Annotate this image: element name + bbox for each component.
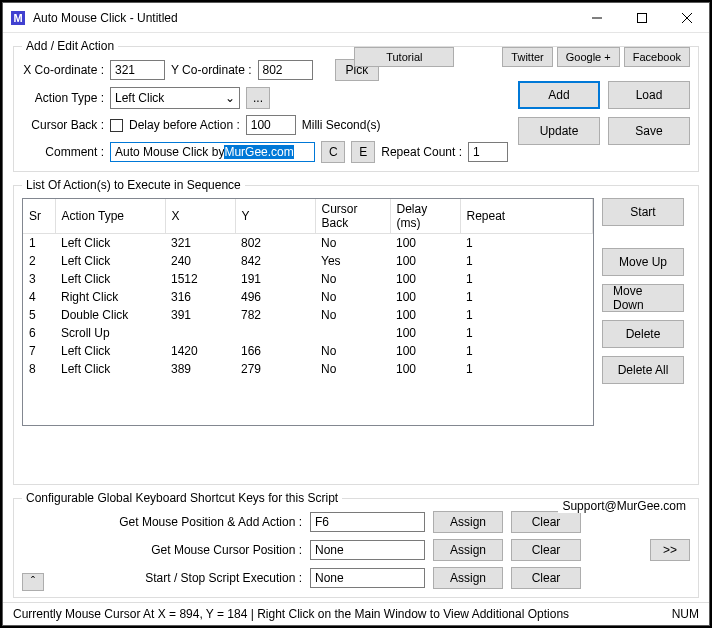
tutorial-button[interactable]: Tutorial (354, 47, 454, 67)
cell-y: 842 (235, 252, 315, 270)
cell-delay: 100 (390, 324, 460, 342)
svg-rect-1 (637, 13, 646, 22)
cell-type: Right Click (55, 288, 165, 306)
cfg-startstop-label: Start / Stop Script Execution : (22, 571, 302, 585)
cfg-legend: Configurable Global Keyboard Shortcut Ke… (22, 491, 342, 505)
googleplus-button[interactable]: Google + (557, 47, 620, 67)
twitter-button[interactable]: Twitter (502, 47, 552, 67)
assign-button-2[interactable]: Assign (433, 539, 503, 561)
cell-cb: Yes (315, 252, 390, 270)
titlebar[interactable]: M Auto Mouse Click - Untitled (3, 3, 709, 33)
shortcut-config-group: Configurable Global Keyboard Shortcut Ke… (13, 491, 699, 598)
cell-type: Left Click (55, 360, 165, 378)
cell-y: 782 (235, 306, 315, 324)
start-button[interactable]: Start (602, 198, 684, 226)
cell-repeat: 1 (460, 360, 593, 378)
cell-x: 389 (165, 360, 235, 378)
move-down-button[interactable]: Move Down (602, 284, 684, 312)
collapse-button[interactable]: ˆ (22, 573, 44, 591)
col-repeat[interactable]: Repeat (460, 199, 593, 234)
table-row[interactable]: 2Left Click240842Yes1001 (23, 252, 593, 270)
action-table[interactable]: Sr Action Type X Y Cursor Back Delay (ms… (22, 198, 594, 426)
cell-sr: 1 (23, 234, 55, 253)
table-row[interactable]: 4Right Click316496No1001 (23, 288, 593, 306)
window-title: Auto Mouse Click - Untitled (33, 11, 574, 25)
cell-cb: No (315, 288, 390, 306)
save-button[interactable]: Save (608, 117, 690, 145)
cfg-startstop-input[interactable] (310, 568, 425, 588)
more-button[interactable]: >> (650, 539, 690, 561)
comment-text-selected: MurGee.com (224, 145, 293, 159)
table-row[interactable]: 1Left Click321802No1001 (23, 234, 593, 253)
c-button[interactable]: C (321, 141, 345, 163)
cell-sr: 2 (23, 252, 55, 270)
comment-label: Comment : (22, 145, 104, 159)
cell-y (235, 324, 315, 342)
action-type-more-button[interactable]: ... (246, 87, 270, 109)
cell-repeat: 1 (460, 342, 593, 360)
col-x[interactable]: X (165, 199, 235, 234)
cell-cb: No (315, 360, 390, 378)
load-button[interactable]: Load (608, 81, 690, 109)
y-coord-label: Y Co-ordinate : (171, 63, 252, 77)
col-cursorback[interactable]: Cursor Back (315, 199, 390, 234)
clear-button-2[interactable]: Clear (511, 539, 581, 561)
col-type[interactable]: Action Type (55, 199, 165, 234)
minimize-button[interactable] (574, 3, 619, 32)
table-row[interactable]: 7Left Click1420166No1001 (23, 342, 593, 360)
col-y[interactable]: Y (235, 199, 315, 234)
assign-button-1[interactable]: Assign (433, 511, 503, 533)
cell-y: 496 (235, 288, 315, 306)
action-list-group: List Of Action(s) to Execute in Sequence… (13, 178, 699, 485)
cell-x: 1512 (165, 270, 235, 288)
comment-text-plain: Auto Mouse Click by (115, 145, 224, 159)
close-button[interactable] (664, 3, 709, 32)
table-row[interactable]: 6Scroll Up1001 (23, 324, 593, 342)
assign-button-3[interactable]: Assign (433, 567, 503, 589)
facebook-button[interactable]: Facebook (624, 47, 690, 67)
cell-sr: 7 (23, 342, 55, 360)
cell-repeat: 1 (460, 270, 593, 288)
cell-x (165, 324, 235, 342)
update-button[interactable]: Update (518, 117, 600, 145)
repeat-count-input[interactable] (468, 142, 508, 162)
cell-cb: No (315, 306, 390, 324)
status-bar: Currently Mouse Cursor At X = 894, Y = 1… (3, 602, 709, 625)
cell-repeat: 1 (460, 306, 593, 324)
cell-sr: 8 (23, 360, 55, 378)
table-row[interactable]: 5Double Click391782No1001 (23, 306, 593, 324)
clear-button-1[interactable]: Clear (511, 511, 581, 533)
delete-button[interactable]: Delete (602, 320, 684, 348)
cell-repeat: 1 (460, 252, 593, 270)
cfg-addaction-input[interactable] (310, 512, 425, 532)
comment-input[interactable]: Auto Mouse Click by MurGee.com (110, 142, 315, 162)
delay-input[interactable] (246, 115, 296, 135)
chevron-down-icon: ⌄ (225, 91, 235, 105)
maximize-button[interactable] (619, 3, 664, 32)
action-type-select[interactable]: Left Click ⌄ (110, 87, 240, 109)
cell-repeat: 1 (460, 324, 593, 342)
table-row[interactable]: 3Left Click1512191No1001 (23, 270, 593, 288)
col-delay[interactable]: Delay (ms) (390, 199, 460, 234)
x-coord-input[interactable] (110, 60, 165, 80)
cell-type: Left Click (55, 270, 165, 288)
delete-all-button[interactable]: Delete All (602, 356, 684, 384)
y-coord-input[interactable] (258, 60, 313, 80)
chevron-up-icon: ˆ (31, 575, 35, 589)
cell-y: 191 (235, 270, 315, 288)
cfg-getcursor-input[interactable] (310, 540, 425, 560)
cell-delay: 100 (390, 342, 460, 360)
table-row[interactable]: 8Left Click389279No1001 (23, 360, 593, 378)
e-button[interactable]: E (351, 141, 375, 163)
cell-delay: 100 (390, 306, 460, 324)
delay-unit-label: Milli Second(s) (302, 118, 381, 132)
support-link[interactable]: Support@MurGee.com (558, 499, 690, 513)
cell-delay: 100 (390, 252, 460, 270)
add-button[interactable]: Add (518, 81, 600, 109)
move-up-button[interactable]: Move Up (602, 248, 684, 276)
cell-repeat: 1 (460, 234, 593, 253)
col-sr[interactable]: Sr (23, 199, 55, 234)
cell-delay: 100 (390, 360, 460, 378)
clear-button-3[interactable]: Clear (511, 567, 581, 589)
cursor-back-checkbox[interactable] (110, 119, 123, 132)
